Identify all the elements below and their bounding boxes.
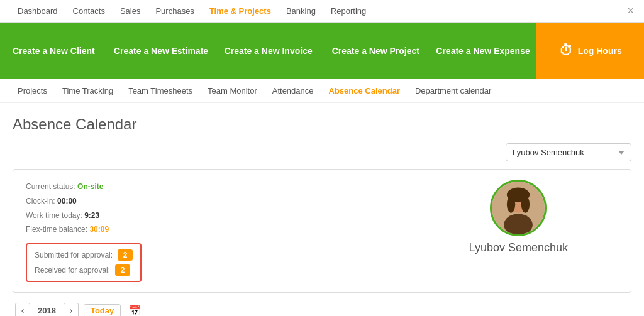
worktime-value: 9:23 — [84, 211, 99, 220]
year-label: 2018 — [38, 306, 56, 315]
log-hours-button[interactable]: ⏱ Log Hours — [536, 23, 644, 79]
create-expense-button[interactable]: Create a New Expense — [430, 23, 537, 79]
create-estimate-button[interactable]: Create a New Estimate — [108, 23, 215, 79]
subnav-time-tracking[interactable]: Time Tracking — [55, 79, 121, 103]
approval-block: Submitted for approval: 2 Received for a… — [26, 243, 142, 282]
worktime-row: Work time today: 9:23 — [26, 209, 142, 223]
next-year-button[interactable]: › — [64, 303, 79, 316]
today-button[interactable]: Today — [84, 304, 121, 316]
prev-year-button[interactable]: ‹ — [15, 303, 30, 316]
flextime-row: Flex-time balance: 30:09 — [26, 222, 142, 237]
avatar-ring — [490, 180, 547, 236]
avatar-name: Lyubov Semenchuk — [469, 241, 568, 254]
received-approval-row: Received for approval: 2 — [35, 264, 133, 276]
nav-contacts[interactable]: Contacts — [65, 0, 113, 23]
employee-info-card: Current status: On-site Clock-in: 00:00 … — [13, 169, 631, 293]
svg-point-1 — [504, 214, 533, 236]
top-navigation: Dashboard Contacts Sales Purchases Time … — [0, 0, 644, 23]
status-label: Current status: — [26, 182, 75, 191]
nav-banking[interactable]: Banking — [279, 0, 323, 23]
clockin-value: 00:00 — [57, 197, 77, 205]
nav-time-projects[interactable]: Time & Projects — [202, 0, 279, 23]
nav-reporting[interactable]: Reporting — [323, 0, 374, 23]
page-title: Absence Calendar — [13, 116, 631, 133]
status-section: Current status: On-site Clock-in: 00:00 … — [26, 180, 142, 282]
employee-dropdown[interactable]: Lyubov Semenchuk — [506, 143, 631, 161]
subnav-attendance[interactable]: Attendance — [265, 79, 321, 103]
nav-purchases[interactable]: Purchases — [148, 0, 201, 23]
log-hours-label: Log Hours — [578, 45, 622, 57]
received-label: Received for approval: — [35, 266, 110, 275]
clock-icon: ⏱ — [559, 42, 573, 60]
quick-actions-bar: Create a New Client Create a New Estimat… — [0, 23, 644, 79]
page-content: Absence Calendar Lyubov Semenchuk Curren… — [0, 103, 644, 316]
worktime-label: Work time today: — [26, 211, 82, 220]
submitted-label: Submitted for approval: — [35, 251, 113, 259]
subnav-department-calendar[interactable]: Department calendar — [408, 79, 499, 103]
submitted-count-badge: 2 — [118, 249, 133, 261]
status-row: Current status: On-site — [26, 180, 142, 194]
clockin-row: Clock-in: 00:00 — [26, 194, 142, 209]
subnav-team-timesheets[interactable]: Team Timesheets — [121, 79, 200, 103]
subnav-projects[interactable]: Projects — [10, 79, 55, 103]
svg-point-4 — [507, 196, 515, 213]
create-client-button[interactable]: Create a New Client — [0, 23, 108, 79]
create-project-button[interactable]: Create a New Project — [322, 23, 430, 79]
received-count-badge: 2 — [115, 264, 130, 276]
subnav-team-monitor[interactable]: Team Monitor — [200, 79, 265, 103]
svg-point-5 — [521, 196, 530, 213]
nav-sales[interactable]: Sales — [113, 0, 148, 23]
subnav-absence-calendar[interactable]: Absence Calendar — [321, 79, 408, 103]
status-block: Current status: On-site Clock-in: 00:00 … — [26, 180, 142, 237]
flextime-value: 30:09 — [89, 225, 109, 234]
flextime-label: Flex-time balance: — [26, 225, 87, 234]
nav-dashboard[interactable]: Dashboard — [10, 0, 65, 23]
submitted-approval-row: Submitted for approval: 2 — [35, 249, 133, 261]
clockin-label: Clock-in: — [26, 197, 55, 205]
avatar-image — [492, 180, 545, 236]
employee-dropdown-row: Lyubov Semenchuk — [13, 143, 631, 161]
avatar-area: Lyubov Semenchuk — [469, 180, 568, 254]
close-icon[interactable]: × — [627, 4, 634, 18]
create-invoice-button[interactable]: Create a New Invoice — [214, 23, 322, 79]
calendar-controls: ‹ 2018 › Today 📅 — [13, 303, 631, 316]
status-value: On-site — [77, 182, 103, 191]
calendar-icon[interactable]: 📅 — [128, 305, 141, 316]
sub-navigation: Projects Time Tracking Team Timesheets T… — [0, 79, 644, 103]
